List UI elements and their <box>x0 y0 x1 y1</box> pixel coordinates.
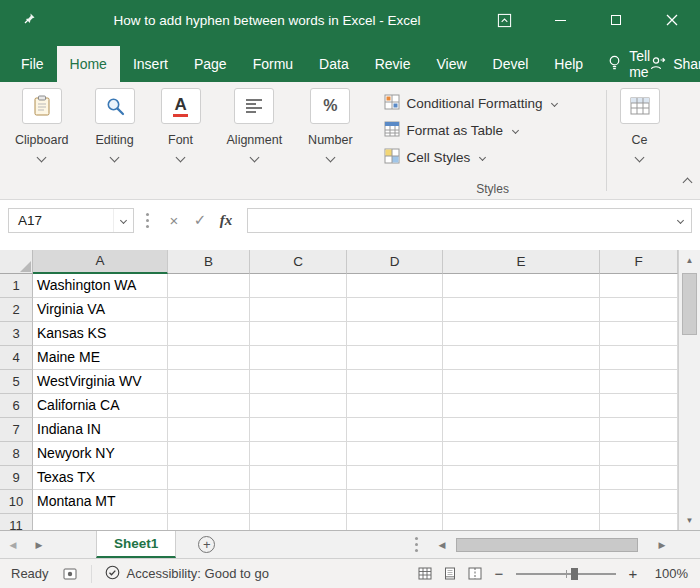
zoom-in-button[interactable]: + <box>627 565 639 582</box>
column-header-E[interactable]: E <box>443 250 600 274</box>
page-break-view-button[interactable] <box>468 567 482 580</box>
cell-D8[interactable] <box>347 442 443 466</box>
normal-view-button[interactable] <box>418 567 432 580</box>
cell-B11[interactable] <box>168 514 250 530</box>
column-header-A[interactable]: A <box>33 250 168 274</box>
ribbon-display-options-button[interactable] <box>476 0 532 40</box>
cell-D9[interactable] <box>347 466 443 490</box>
row-header-11[interactable]: 11 <box>0 514 33 530</box>
number-group-button[interactable]: % Number <box>295 86 365 199</box>
tab-home[interactable]: Home <box>57 46 120 82</box>
cell-A8[interactable]: Newyork NY <box>33 442 168 466</box>
minimize-button[interactable] <box>532 0 588 40</box>
column-header-C[interactable]: C <box>250 250 347 274</box>
cell-F6[interactable] <box>600 394 678 418</box>
cell-D6[interactable] <box>347 394 443 418</box>
cell-F11[interactable] <box>600 514 678 530</box>
cell-C3[interactable] <box>250 322 347 346</box>
cell-B6[interactable] <box>168 394 250 418</box>
cell-B2[interactable] <box>168 298 250 322</box>
cell-E1[interactable] <box>443 274 600 298</box>
row-header-5[interactable]: 5 <box>0 370 33 394</box>
cell-D2[interactable] <box>347 298 443 322</box>
horizontal-scrollbar[interactable] <box>454 531 650 558</box>
alignment-group-button[interactable]: Alignment <box>214 86 296 199</box>
cell-E11[interactable] <box>443 514 600 530</box>
name-box[interactable]: A17 <box>8 208 134 233</box>
column-header-B[interactable]: B <box>168 250 250 274</box>
column-header-F[interactable]: F <box>600 250 678 274</box>
cell-C8[interactable] <box>250 442 347 466</box>
cell-A4[interactable]: Maine ME <box>33 346 168 370</box>
cell-F5[interactable] <box>600 370 678 394</box>
clipboard-group-button[interactable]: Clipboard <box>2 86 82 199</box>
add-sheet-button[interactable]: + <box>198 536 215 553</box>
cell-C1[interactable] <box>250 274 347 298</box>
cell-E7[interactable] <box>443 418 600 442</box>
zoom-slider-thumb[interactable] <box>571 568 578 580</box>
row-header-4[interactable]: 4 <box>0 346 33 370</box>
vertical-scrollbar-track[interactable] <box>679 270 700 510</box>
cell-C4[interactable] <box>250 346 347 370</box>
format-as-table-button[interactable]: Format as Table <box>384 117 602 144</box>
cell-A3[interactable]: Kansas KS <box>33 322 168 346</box>
cell-B3[interactable] <box>168 322 250 346</box>
cell-E5[interactable] <box>443 370 600 394</box>
cell-A9[interactable]: Texas TX <box>33 466 168 490</box>
zoom-slider[interactable] <box>516 567 616 581</box>
row-header-6[interactable]: 6 <box>0 394 33 418</box>
row-header-1[interactable]: 1 <box>0 274 33 298</box>
zoom-out-button[interactable]: − <box>493 565 505 582</box>
editing-group-button[interactable]: Editing <box>82 86 148 199</box>
select-all-corner[interactable] <box>0 250 33 274</box>
cell-D11[interactable] <box>347 514 443 530</box>
row-header-3[interactable]: 3 <box>0 322 33 346</box>
cell-C5[interactable] <box>250 370 347 394</box>
pin-icon[interactable] <box>23 11 36 29</box>
sheet-nav-left-icon[interactable]: ◀ <box>0 540 26 550</box>
cell-C6[interactable] <box>250 394 347 418</box>
cell-E4[interactable] <box>443 346 600 370</box>
cell-B4[interactable] <box>168 346 250 370</box>
cell-C2[interactable] <box>250 298 347 322</box>
cell-B9[interactable] <box>168 466 250 490</box>
tab-help[interactable]: Help <box>541 46 596 82</box>
tab-insert[interactable]: Insert <box>120 46 181 82</box>
hscroll-left-button[interactable]: ◀ <box>430 540 454 550</box>
row-header-10[interactable]: 10 <box>0 490 33 514</box>
close-button[interactable] <box>644 0 700 40</box>
row-header-8[interactable]: 8 <box>0 442 33 466</box>
cell-E8[interactable] <box>443 442 600 466</box>
tab-file[interactable]: File <box>8 46 57 82</box>
tab-revie[interactable]: Revie <box>362 46 424 82</box>
collapse-ribbon-button[interactable] <box>684 172 691 190</box>
zoom-level[interactable]: 100% <box>650 566 688 581</box>
cancel-icon[interactable]: × <box>161 212 187 229</box>
cell-C9[interactable] <box>250 466 347 490</box>
conditional-formatting-button[interactable]: Conditional Formatting <box>384 90 602 117</box>
cell-A10[interactable]: Montana MT <box>33 490 168 514</box>
tab-devel[interactable]: Devel <box>480 46 542 82</box>
cell-F4[interactable] <box>600 346 678 370</box>
cell-E9[interactable] <box>443 466 600 490</box>
page-layout-view-button[interactable] <box>443 567 457 580</box>
cell-A6[interactable]: California CA <box>33 394 168 418</box>
cell-E10[interactable] <box>443 490 600 514</box>
cell-D1[interactable] <box>347 274 443 298</box>
cell-F9[interactable] <box>600 466 678 490</box>
tab-view[interactable]: View <box>423 46 479 82</box>
scroll-up-button[interactable]: ▲ <box>679 250 700 270</box>
cell-D3[interactable] <box>347 322 443 346</box>
vertical-scrollbar[interactable]: ▲ ▼ <box>678 250 700 530</box>
name-box-dropdown[interactable] <box>113 209 133 232</box>
cell-F2[interactable] <box>600 298 678 322</box>
formula-input[interactable] <box>247 208 692 233</box>
accessibility-status[interactable]: Accessibility: Good to go <box>91 565 269 583</box>
cell-E6[interactable] <box>443 394 600 418</box>
row-header-9[interactable]: 9 <box>0 466 33 490</box>
cell-B8[interactable] <box>168 442 250 466</box>
macro-record-button[interactable] <box>63 568 91 580</box>
cell-B10[interactable] <box>168 490 250 514</box>
cell-A7[interactable]: Indiana IN <box>33 418 168 442</box>
font-group-button[interactable]: A Font <box>148 86 214 199</box>
